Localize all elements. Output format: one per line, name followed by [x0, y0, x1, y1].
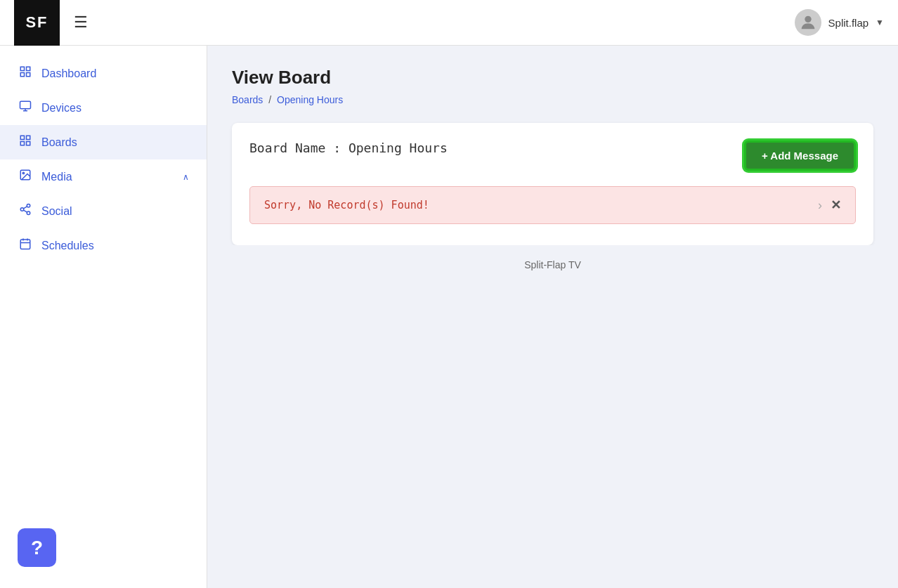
alert-next-icon[interactable]: ›: [818, 198, 822, 213]
layout: Dashboard Devices Boards: [0, 46, 898, 588]
boards-icon: [18, 134, 33, 150]
breadcrumb: Boards / Opening Hours: [232, 94, 873, 105]
svg-rect-9: [20, 142, 24, 145]
sidebar-item-label: Devices: [41, 102, 189, 115]
sidebar-item-label: Social: [41, 205, 189, 218]
hamburger-button[interactable]: ☰: [74, 15, 88, 30]
app-logo: SF: [14, 0, 60, 46]
board-name-label: Board Name : Opening Hours: [249, 141, 448, 155]
alert-actions: › ✕: [818, 197, 841, 213]
help-button[interactable]: ?: [18, 528, 56, 567]
svg-rect-4: [20, 73, 24, 77]
svg-point-12: [27, 204, 30, 208]
sidebar-item-label: Dashboard: [41, 67, 189, 80]
no-records-alert: Sorry, No Record(s) Found! › ✕: [249, 186, 856, 224]
user-dropdown-arrow[interactable]: ▼: [876, 18, 884, 27]
svg-rect-3: [27, 73, 30, 77]
breadcrumb-separator: /: [268, 94, 271, 105]
page-title: View Board: [232, 67, 873, 89]
monitor-icon: [18, 100, 33, 116]
schedules-icon: [18, 237, 33, 254]
svg-point-14: [27, 211, 30, 215]
header-left: SF ☰: [14, 0, 88, 46]
breadcrumb-current: Opening Hours: [277, 94, 343, 105]
svg-point-0: [805, 16, 811, 22]
sidebar-item-media[interactable]: Media ∧: [0, 159, 207, 194]
svg-rect-1: [20, 67, 24, 70]
svg-rect-8: [27, 142, 30, 145]
media-icon: [18, 169, 33, 185]
sidebar-item-dashboard[interactable]: Dashboard: [0, 56, 207, 91]
svg-point-13: [20, 208, 24, 211]
svg-rect-15: [20, 240, 30, 249]
alert-close-icon[interactable]: ✕: [831, 197, 841, 213]
avatar: [795, 9, 821, 36]
user-menu[interactable]: Split.flap ▼: [795, 9, 884, 36]
no-records-text: Sorry, No Record(s) Found!: [264, 199, 429, 211]
sidebar-item-label: Boards: [41, 136, 189, 149]
add-message-button[interactable]: + Add Message: [744, 141, 856, 171]
svg-rect-6: [20, 136, 24, 139]
sidebar-item-boards[interactable]: Boards: [0, 125, 207, 159]
sidebar-item-schedules[interactable]: Schedules: [0, 228, 207, 263]
view-board-card: Board Name : Opening Hours + Add Message…: [232, 123, 873, 245]
footer-text: Split-Flap TV: [232, 245, 873, 285]
sidebar-item-label: Media: [41, 171, 174, 183]
social-icon: [18, 203, 33, 219]
breadcrumb-parent[interactable]: Boards: [232, 94, 263, 105]
sidebar: Dashboard Devices Boards: [0, 46, 207, 588]
svg-rect-7: [27, 136, 30, 139]
header: SF ☰ Split.flap ▼: [0, 0, 898, 46]
card-top: Board Name : Opening Hours + Add Message: [249, 141, 856, 171]
sidebar-item-devices[interactable]: Devices: [0, 91, 207, 125]
sidebar-item-label: Schedules: [41, 240, 189, 252]
svg-rect-2: [27, 67, 30, 70]
svg-rect-5: [20, 101, 31, 109]
svg-point-11: [22, 172, 24, 174]
chevron-up-icon: ∧: [183, 172, 189, 182]
user-name-label: Split.flap: [828, 17, 869, 29]
sidebar-item-social[interactable]: Social: [0, 194, 207, 228]
dashboard-icon: [18, 65, 33, 81]
main-content: View Board Boards / Opening Hours Board …: [207, 46, 898, 588]
